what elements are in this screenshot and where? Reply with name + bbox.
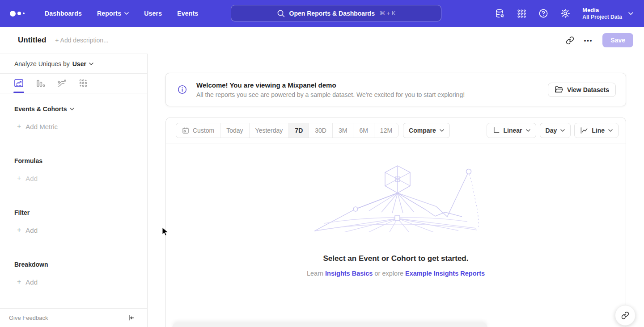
help-icon[interactable] <box>538 8 548 18</box>
settings-gear-icon[interactable] <box>560 8 570 18</box>
section-formulas: Formulas <box>14 157 133 164</box>
link-icon <box>621 311 629 319</box>
date-range-today[interactable]: Today <box>220 123 249 138</box>
learn-prefix: Learn <box>307 270 323 277</box>
retention-grid-icon <box>78 78 88 88</box>
bar-chart-icon <box>35 78 45 88</box>
chart-type-label: Line <box>592 127 605 134</box>
date-range-label: Custom <box>193 127 214 134</box>
example-reports-link[interactable]: Example Insights Reports <box>405 270 485 277</box>
link-icon <box>566 36 574 45</box>
empty-state-subtitle: Learn Insights Basics or explore Example… <box>307 270 485 277</box>
global-search[interactable]: Open Reports & Dashboards ⌘ + K <box>231 5 441 21</box>
plus-icon: + <box>17 174 21 182</box>
chart-display-controls: Linear Day Line <box>487 123 619 138</box>
add-breakdown-button[interactable]: + Add <box>17 278 133 286</box>
chart-type-dropdown[interactable]: Line <box>574 123 619 138</box>
scale-dropdown[interactable]: Linear <box>487 123 536 138</box>
copy-link-button[interactable] <box>566 36 574 45</box>
welcome-banner: Welcome! You are viewing a Mixpanel demo… <box>165 73 626 106</box>
date-range-yesterday[interactable]: Yesterday <box>249 123 289 138</box>
date-range-6m[interactable]: 6M <box>353 123 373 138</box>
banner-subtitle: All the reports you see are powered by a… <box>196 91 465 98</box>
line-chart-icon <box>14 78 24 88</box>
line-chart-type-icon <box>580 127 588 134</box>
logo-dot <box>23 13 25 14</box>
top-nav: Dashboards Reports Users Events Open Rep… <box>0 0 644 27</box>
chevron-down-icon <box>608 129 613 132</box>
chevron-down-icon <box>628 12 633 15</box>
sidebar-footer: Give Feedback <box>0 308 147 327</box>
interval-dropdown[interactable]: Day <box>540 123 571 138</box>
add-filter-button[interactable]: + Add <box>17 226 133 234</box>
sidebar-sections: Events & Cohorts + Add Metric Formulas +… <box>0 105 147 286</box>
chevron-down-icon <box>526 129 530 132</box>
plus-icon: + <box>17 278 21 286</box>
info-icon <box>178 85 187 94</box>
give-feedback-link[interactable]: Give Feedback <box>9 314 48 321</box>
section-title: Filter <box>14 209 30 216</box>
compare-dropdown[interactable]: Compare <box>403 123 450 138</box>
analyze-label: Analyze Uniques by <box>14 60 70 67</box>
save-button[interactable]: Save <box>602 33 633 47</box>
section-filter: Filter <box>14 209 133 216</box>
share-link-fab[interactable] <box>615 305 636 326</box>
chevron-down-icon <box>124 12 129 15</box>
search-shortcut: ⌘ + K <box>379 10 396 17</box>
folder-icon <box>555 86 563 93</box>
data-management-icon[interactable] <box>495 8 505 19</box>
insights-basics-link[interactable]: Insights Basics <box>325 270 373 277</box>
chevron-down-icon <box>89 63 93 65</box>
logo-dot <box>17 12 21 15</box>
calendar-icon <box>182 127 189 134</box>
add-breakdown-label: Add <box>25 278 38 286</box>
chart-controls: Custom Today Yesterday 7D 30D 3M 6M 12M … <box>166 117 626 143</box>
linear-axis-icon <box>492 126 500 134</box>
section-title: Events & Cohorts <box>14 105 67 113</box>
report-description-placeholder[interactable]: + Add description... <box>55 37 108 44</box>
report-actions: ••• Save <box>566 33 633 47</box>
date-range-12m[interactable]: 12M <box>374 123 398 138</box>
tab-retention[interactable] <box>78 78 89 93</box>
plus-icon: + <box>17 122 21 130</box>
section-events-cohorts[interactable]: Events & Cohorts <box>14 105 133 113</box>
nav-events[interactable]: Events <box>177 10 198 17</box>
more-options-button[interactable]: ••• <box>584 37 593 44</box>
chevron-down-icon <box>70 108 74 110</box>
apps-grid-icon[interactable] <box>517 9 526 18</box>
tab-bar-chart[interactable] <box>35 78 46 93</box>
project-environment: All Project Data <box>582 14 622 21</box>
report-content: Welcome! You are viewing a Mixpanel demo… <box>148 54 644 327</box>
add-formula-button[interactable]: + Add <box>17 174 133 182</box>
add-metric-label: Add Metric <box>25 123 58 130</box>
empty-chart-area: Select an Event or Cohort to get started… <box>166 143 626 277</box>
scale-label: Linear <box>504 127 522 134</box>
primary-nav: Dashboards Reports Users Events <box>45 10 198 17</box>
analyze-by-value: User <box>72 60 86 67</box>
visualization-tabs <box>0 74 147 93</box>
date-range-3m[interactable]: 3M <box>332 123 353 138</box>
nav-users[interactable]: Users <box>144 10 162 17</box>
date-range-custom[interactable]: Custom <box>176 123 220 138</box>
mixpanel-logo[interactable] <box>10 11 30 17</box>
middle-text: or explore <box>374 270 403 277</box>
section-title: Formulas <box>14 157 42 164</box>
tab-line-chart[interactable] <box>13 78 24 93</box>
tab-flows[interactable] <box>56 78 67 93</box>
date-range-30d[interactable]: 30D <box>309 123 332 138</box>
report-title[interactable]: Untitled <box>18 36 46 45</box>
nav-reports[interactable]: Reports <box>97 10 129 17</box>
collapse-sidebar-button[interactable] <box>128 314 135 321</box>
search-icon <box>277 9 285 17</box>
analyze-by-dropdown[interactable]: User <box>72 60 93 67</box>
view-datasets-button[interactable]: View Datasets <box>548 83 616 97</box>
view-datasets-label: View Datasets <box>567 86 609 93</box>
main-layout: Analyze Uniques by User <box>0 54 644 327</box>
date-range-7d[interactable]: 7D <box>288 123 309 138</box>
bottom-panel-edge[interactable] <box>172 323 487 327</box>
add-metric-button[interactable]: + Add Metric <box>17 122 133 130</box>
project-switcher[interactable]: Media All Project Data <box>582 7 633 21</box>
nav-dashboards[interactable]: Dashboards <box>45 10 82 17</box>
chevron-down-icon <box>560 129 565 132</box>
empty-state-title: Select an Event or Cohort to get started… <box>323 254 469 263</box>
